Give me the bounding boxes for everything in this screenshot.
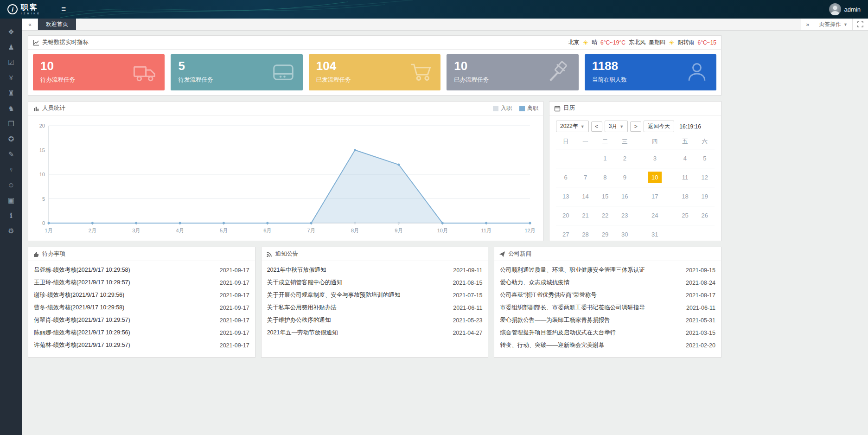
salary-icon[interactable]: ¥	[0, 70, 22, 85]
calendar-day[interactable]: 30	[615, 225, 634, 244]
monitor-icon[interactable]: ▣	[0, 192, 22, 208]
company-icon[interactable]: ♜	[0, 85, 22, 101]
list-item[interactable]: 许菊林-绩效考核(2021/9/17 10:29:57)2021-09-17	[34, 339, 249, 352]
menu-toggle-icon[interactable]: ≡	[61, 5, 66, 14]
list-item[interactable]: 2021年中秋节放假通知2021-09-11	[267, 264, 483, 276]
list-item[interactable]: 市委组织部副部长、市委两新工委书记莅临公司调研指导2021-06-11	[500, 301, 715, 314]
list-item[interactable]: 公司顺利通过质量、环境、职业健康安全管理三体系认证2021-09-15	[500, 264, 715, 276]
list-item[interactable]: 陈丽娜-绩效考核(2021/9/17 10:29:56)2021-09-17	[34, 326, 249, 339]
stat-card-cart[interactable]: 104已发流程任务	[309, 54, 440, 90]
calendar-day[interactable]: 28	[575, 225, 595, 244]
list-item[interactable]: 曹冬-绩效考核(2021/9/17 10:29:58)2021-09-17	[34, 301, 249, 314]
list-item-text: 公司顺利通过质量、环境、职业健康安全管理三体系认证	[500, 266, 645, 274]
info-icon[interactable]: ℹ	[0, 208, 22, 223]
calendar-day[interactable]: 8	[595, 168, 615, 187]
performance-icon[interactable]: ✪	[0, 131, 22, 147]
calendar-day[interactable]: 23	[615, 206, 634, 225]
todo-header: 待办事项	[28, 247, 255, 261]
stat-card-user[interactable]: 1188当前在职人数	[585, 54, 716, 90]
calendar-day[interactable]: 13	[556, 187, 575, 206]
calendar-day[interactable]: 17	[634, 187, 675, 206]
list-item[interactable]: 王卫玲-绩效考核(2021/9/17 10:29:57)2021-09-17	[34, 276, 249, 289]
stat-card-truck[interactable]: 10待办流程任务	[33, 54, 165, 90]
tab-home[interactable]: 欢迎首页	[38, 19, 76, 30]
calendar-day[interactable]: 1	[595, 149, 615, 168]
training-icon[interactable]: ✎	[0, 147, 22, 162]
stat-card-gavel[interactable]: 10已办流程任务	[447, 54, 578, 90]
calendar-day[interactable]: 5	[695, 149, 715, 168]
weather-city: 北京	[568, 38, 579, 46]
calendar-day[interactable]: 20	[556, 206, 575, 225]
main-content: 关键数据实时指标 北京 ☀ 晴 6°C~19°C 东北风 星期四 ☀ 阴转雨 6…	[22, 31, 727, 362]
approval-icon[interactable]: ☑	[0, 55, 22, 70]
weekday-header: 三	[615, 135, 634, 149]
personnel-icon[interactable]: ♞	[0, 101, 22, 116]
calendar-day[interactable]: 3	[634, 149, 675, 168]
stat-card-archive[interactable]: 5待发流程任务	[171, 54, 302, 90]
calendar-day[interactable]: 22	[595, 206, 615, 225]
list-item[interactable]: 关于开展公司规章制度、安全与事故预防培训的通知2021-07-15	[267, 289, 483, 301]
list-item-date: 2021-09-17	[220, 280, 249, 286]
list-item[interactable]: 关于成立销管客服中心的通知2021-08-15	[267, 276, 483, 289]
calendar-day[interactable]: 19	[695, 187, 715, 206]
calendar-day[interactable]: 10	[634, 168, 675, 187]
news-panel: 公司新闻 公司顺利通过质量、环境、职业健康安全管理三体系认证2021-09-15…	[494, 247, 721, 358]
calendar-day[interactable]: 27	[556, 225, 575, 244]
calendar-day[interactable]: 2	[615, 149, 634, 168]
legend-item-入职[interactable]: 入职	[493, 104, 512, 112]
list-item[interactable]: 关于维护办公秩序的通知2021-05-23	[267, 314, 483, 326]
list-item[interactable]: 谢珍-绩效考核(2021/9/17 10:29:56)2021-09-17	[34, 289, 249, 301]
calendar-day[interactable]: 16	[615, 187, 634, 206]
prev-month-button[interactable]: <	[591, 122, 602, 132]
next-month-button[interactable]: >	[630, 122, 641, 132]
dashboard-icon[interactable]: ❖	[0, 24, 22, 39]
calendar-day[interactable]: 15	[595, 187, 615, 206]
list-item[interactable]: 爱心助力、众志成城抗疫情2021-08-24	[500, 276, 715, 289]
calendar-day[interactable]: 24	[634, 206, 675, 225]
list-item[interactable]: 关于私车公用费用补贴办法2021-06-11	[267, 301, 483, 314]
calendar-day[interactable]: 14	[575, 187, 595, 206]
legend-item-离职[interactable]: 离职	[519, 104, 538, 112]
svg-text:5: 5	[42, 196, 45, 202]
list-item[interactable]: 何翠肖-绩效考核(2021/9/17 10:29:57)2021-09-17	[34, 314, 249, 326]
list-item[interactable]: 公司喜获“浙江省优秀供应商”荣誉称号2021-08-17	[500, 289, 715, 301]
calendar-day[interactable]: 7	[575, 168, 595, 187]
recruitment-icon[interactable]: ♀	[0, 162, 22, 177]
list-item-text: 关于成立销管客服中心的通知	[267, 279, 343, 287]
year-select[interactable]: 2022年 ▼	[556, 121, 589, 132]
user-menu[interactable]: admin	[829, 3, 868, 15]
calendar-day[interactable]: 4	[675, 149, 695, 168]
month-select[interactable]: 3月 ▼	[605, 121, 628, 132]
back-to-today-button[interactable]: 返回今天	[644, 121, 674, 132]
tab-operations-dropdown[interactable]: 页签操作 ▼	[814, 19, 852, 30]
calendar-day[interactable]: 26	[695, 206, 715, 225]
list-item-date: 2021-09-17	[220, 305, 249, 311]
organization-icon[interactable]: ♟	[0, 39, 22, 55]
briefcase-icon[interactable]: ❒	[0, 116, 22, 131]
calendar-day[interactable]: 25	[675, 206, 695, 225]
settings-icon[interactable]: ⚙	[0, 223, 22, 238]
calendar-day[interactable]: 11	[675, 168, 695, 187]
calendar-day[interactable]: 18	[675, 187, 695, 206]
tabs-scroll-right-button[interactable]: »	[801, 19, 814, 30]
calendar-day[interactable]: 21	[575, 206, 595, 225]
truck-icon	[131, 60, 159, 87]
list-item[interactable]: 转变、行动、突破——迎新晚会完美谢幕2021-02-20	[500, 339, 715, 352]
list-item[interactable]: 2021年五一劳动节放假通知2021-04-27	[267, 326, 483, 339]
notice-title: 通知公告	[275, 250, 299, 258]
list-item-date: 2021-06-11	[686, 305, 715, 311]
list-item[interactable]: 爱心捐款公告——为装卸工杨家青募捐报告2021-05-31	[500, 314, 715, 326]
tabs-scroll-left-button[interactable]: «	[22, 19, 38, 30]
employee-icon[interactable]: ☺	[0, 177, 22, 192]
app-logo[interactable]: i 职客 IZHIKE	[0, 4, 48, 15]
calendar-day[interactable]: 12	[695, 168, 715, 187]
calendar-today[interactable]: 10	[648, 172, 662, 183]
calendar-day[interactable]: 29	[595, 225, 615, 244]
list-item[interactable]: 综合管理提升项目签约及启动仪式在天台举行2021-03-15	[500, 326, 715, 339]
calendar-day[interactable]: 31	[634, 225, 675, 244]
list-item[interactable]: 吕尧栋-绩效考核(2021/9/17 10:29:58)2021-09-17	[34, 264, 249, 276]
calendar-day[interactable]: 9	[615, 168, 634, 187]
fullscreen-button[interactable]	[852, 19, 868, 30]
calendar-day[interactable]: 6	[556, 168, 575, 187]
user-icon	[683, 60, 711, 87]
